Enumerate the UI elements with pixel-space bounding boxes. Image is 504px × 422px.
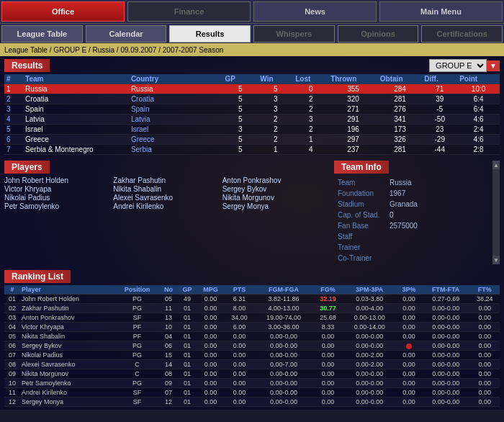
col-header-thrown: Thrown <box>328 74 378 84</box>
team-info-table: TeamRussiaFoundation1967StadiumGranadaCa… <box>334 176 492 264</box>
ball-indicator <box>406 344 412 349</box>
nav-results[interactable]: Results <box>169 25 251 42</box>
nav-calendar[interactable]: Calendar <box>86 25 167 42</box>
main-content: Results GROUP E ▼ # Team Country GP Win … <box>0 56 504 410</box>
col-header-gp: GP <box>222 74 258 84</box>
players-grid: John Robert HoldenZakhar PashutinAnton P… <box>4 176 327 210</box>
results-table-body: 1RussiaRussia5503552847110:02CroatiaCroa… <box>4 84 500 155</box>
rank-table-body: 01John Robert HoldenPG05490.006.313.82-1… <box>4 295 500 407</box>
col-header-country: Country <box>129 74 222 84</box>
player-name[interactable]: Petr Samoylenko <box>4 202 109 210</box>
results-table: # Team Country GP Win Lost Thrown Obtain… <box>4 74 500 155</box>
top-nav-mainmenu[interactable]: Main Menu <box>379 1 503 22</box>
col-header-num: # <box>4 74 23 84</box>
top-nav-news[interactable]: News <box>253 1 377 22</box>
team-info-row: Foundation1967 <box>336 189 491 198</box>
col-header-diff: Diff. <box>422 74 457 84</box>
col-header-obtain: Obtain <box>378 74 422 84</box>
ranking-table: #PlayerPositionNoGPMPGPTSFGM-FGAFG%3PM-3… <box>4 285 500 407</box>
nav-league-table[interactable]: League Table <box>1 25 83 42</box>
player-name[interactable]: Andrei Kirilenko <box>113 202 217 210</box>
group-select[interactable]: GROUP E <box>429 59 487 72</box>
rank-row[interactable]: 01John Robert HoldenPG05490.006.313.82-1… <box>4 295 500 304</box>
second-navigation: League Table Calendar Results Whispers O… <box>0 23 504 43</box>
group-arrow-btn[interactable]: ▼ <box>487 60 500 71</box>
results-row[interactable]: 2CroatiaCroatia532320281396:4 <box>4 94 500 104</box>
player-name[interactable]: Sergey Monya <box>222 202 327 210</box>
rank-row[interactable]: 12Sergey MonyaSF12010.000.000.00-0.000.0… <box>4 398 500 407</box>
top-nav-office[interactable]: Office <box>1 1 125 22</box>
rank-row[interactable]: 11Andrei KirilenkoSF07010.000.000.00-0.0… <box>4 388 500 398</box>
rank-row[interactable]: 03Anton PonkrashovSF13010.0034.0019.00-7… <box>4 313 500 323</box>
rank-row[interactable]: 08Alexei SavrasenkoC14010.000.000.00-7.0… <box>4 360 500 369</box>
ranking-header: Ranking List <box>4 270 500 283</box>
players-section: Players John Robert HoldenZakhar Pashuti… <box>4 161 327 264</box>
team-info-row: Trainer <box>336 243 491 252</box>
rank-row[interactable]: 09Nikita MorgunovC08010.000.000.00-0.000… <box>4 369 500 379</box>
players-title: Players <box>4 161 50 174</box>
scroll-down-btn[interactable]: ▼ <box>492 256 500 264</box>
team-info-row: Fan Base2575000 <box>336 221 491 230</box>
rank-row[interactable]: 06Sergey BykovPG06010.000.000.00-0.000.0… <box>4 341 500 351</box>
results-title: Results <box>4 59 50 72</box>
nav-opinions: Opinions <box>338 25 419 42</box>
results-row[interactable]: 4LatviaLatvia523291341-504:6 <box>4 115 500 125</box>
rank-row[interactable]: 02Zakhar PashutinPG11010.008.004.00-13.0… <box>4 304 500 313</box>
results-row[interactable]: 6GreeceGreece521297326-294:6 <box>4 135 500 145</box>
player-name[interactable]: Alexei Savrasenko <box>113 194 217 202</box>
player-name[interactable]: Victor Khryapa <box>4 185 109 193</box>
results-row[interactable]: 7Serbia & MontenegroSerbia514237281-442:… <box>4 145 500 155</box>
scroll-bar: ▲ ▼ <box>492 161 500 264</box>
col-header-team: Team <box>23 74 129 84</box>
middle-section: Players John Robert HoldenZakhar Pashuti… <box>0 158 504 267</box>
team-info-row: StadiumGranada <box>336 199 491 209</box>
col-header-point: Point <box>457 74 500 84</box>
top-nav-finance[interactable]: Finance <box>127 1 251 22</box>
rank-row[interactable]: 10Petr SamoylenkoPG09010.000.000.00-0.00… <box>4 379 500 388</box>
results-row[interactable]: 5IsraelIsrael322196173232:4 <box>4 125 500 135</box>
team-info-section: Team Info TeamRussiaFoundation1967Stadiu… <box>334 161 492 264</box>
top-navigation: Office Finance News Main Menu <box>0 0 504 23</box>
rank-row[interactable]: 04Victor KhryapaPF10010.006.003.00-36.00… <box>4 323 500 332</box>
player-name[interactable]: Nikolai Padius <box>4 194 109 202</box>
ranking-title: Ranking List <box>4 270 71 283</box>
group-selector[interactable]: GROUP E ▼ <box>429 59 500 72</box>
nav-whispers: Whispers <box>253 25 335 42</box>
rank-row[interactable]: 05Nikita ShabalinPF04010.000.000.00-0.00… <box>4 332 500 341</box>
ranking-section: Ranking List #PlayerPositionNoGPMPGPTSFG… <box>0 267 504 410</box>
player-name[interactable]: Sergey Bykov <box>222 185 327 193</box>
player-name[interactable]: Anton Ponkrashov <box>222 176 327 184</box>
results-header: Results GROUP E ▼ <box>4 59 500 72</box>
team-info-row: Cap. of Stad.0 <box>336 210 491 220</box>
player-name[interactable]: Nikita Morgunov <box>222 194 327 202</box>
player-name[interactable]: Nikita Shabalin <box>113 185 217 193</box>
breadcrumb: League Table / GROUP E / Russia / 09.09.… <box>0 43 504 56</box>
scroll-up-btn[interactable]: ▲ <box>492 161 500 169</box>
results-row[interactable]: 1RussiaRussia5503552847110:0 <box>4 84 500 94</box>
col-header-lost: Lost <box>293 74 328 84</box>
results-header-row: # Team Country GP Win Lost Thrown Obtain… <box>4 74 500 84</box>
results-row[interactable]: 3SpainSpain532271276-56:4 <box>4 104 500 115</box>
rank-header-row: #PlayerPositionNoGPMPGPTSFGM-FGAFG%3PM-3… <box>4 285 500 295</box>
rank-row[interactable]: 07Nikolai PadiusPG15010.000.000.00-0.000… <box>4 351 500 360</box>
player-name[interactable]: Zakhar Pashutin <box>113 176 217 184</box>
results-section: Results GROUP E ▼ # Team Country GP Win … <box>0 56 504 158</box>
col-header-win: Win <box>258 74 293 84</box>
team-info-row: Co-Trainer <box>336 253 491 263</box>
team-info-row: TeamRussia <box>336 178 491 187</box>
player-name[interactable]: John Robert Holden <box>4 176 109 184</box>
nav-certifications: Certifications <box>421 25 503 42</box>
team-info-row: Staff <box>336 232 491 241</box>
team-info-title: Team Info <box>334 161 389 174</box>
